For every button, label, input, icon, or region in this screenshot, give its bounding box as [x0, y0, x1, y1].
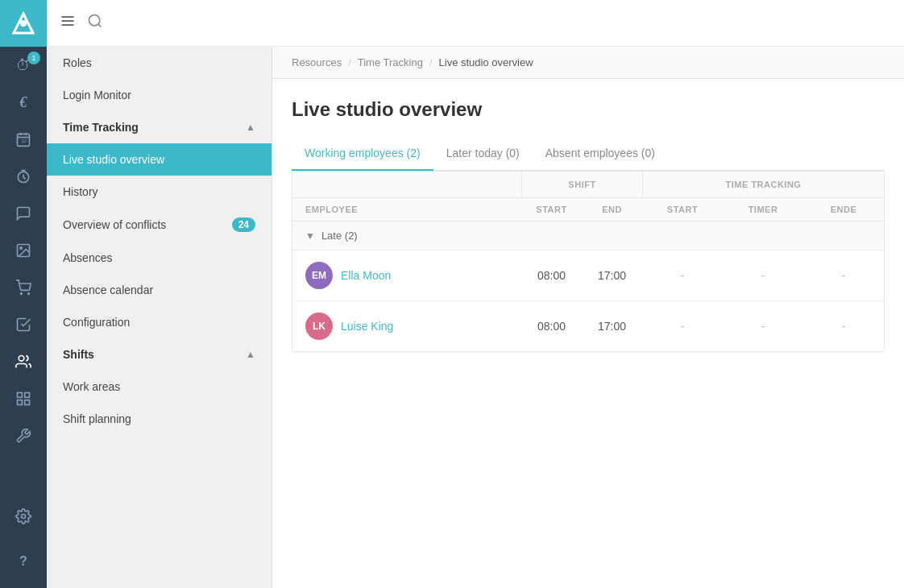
- euro-icon[interactable]: €: [0, 84, 47, 121]
- settings-icon[interactable]: [0, 498, 47, 535]
- sidebar-item-overview-of-conflicts[interactable]: Overview of conflicts 24: [47, 208, 272, 242]
- group-row-late: ▼ Late (2): [292, 222, 884, 251]
- tool-icon[interactable]: [0, 417, 47, 454]
- sidebar-item-shift-planning[interactable]: Shift planning: [47, 403, 272, 435]
- table-sub-header: EMPLOYEE START END START TIMER ENDE: [292, 198, 884, 222]
- breadcrumb-current: Live studio overview: [439, 56, 533, 68]
- hamburger-icon[interactable]: [60, 13, 76, 33]
- chevron-up-icon-shifts: ▲: [246, 349, 255, 360]
- icon-bar: ⏱ 1 € 12: [0, 0, 47, 588]
- employee-cell-ella: EM Ella Moon: [292, 251, 521, 300]
- conflicts-badge: 24: [232, 217, 255, 232]
- th-tt-start: START: [642, 198, 723, 221]
- sidebar: Roles Login Monitor Time Tracking ▲ Live…: [47, 47, 272, 588]
- svg-line-23: [98, 24, 102, 27]
- calendar-icon[interactable]: 12: [0, 121, 47, 158]
- avatar-initials-ella: EM: [312, 270, 326, 281]
- breadcrumb-time-tracking[interactable]: Time Tracking: [358, 56, 423, 68]
- cart-icon[interactable]: [0, 269, 47, 306]
- group-label: Late (2): [321, 230, 358, 242]
- people-icon[interactable]: [0, 343, 47, 380]
- svg-rect-15: [25, 393, 30, 398]
- sidebar-section-shifts-label: Shifts: [63, 348, 94, 361]
- page-title: Live studio overview: [292, 98, 885, 121]
- luise-shift-end: 17:00: [582, 308, 642, 344]
- breadcrumb: Resources / Time Tracking / Live studio …: [272, 47, 904, 79]
- sidebar-item-roles[interactable]: Roles: [47, 47, 272, 79]
- sidebar-section-time-tracking-label: Time Tracking: [63, 121, 139, 134]
- svg-point-11: [21, 293, 23, 295]
- sidebar-item-history[interactable]: History: [47, 176, 272, 208]
- avatar-initials-luise: LK: [313, 321, 326, 332]
- svg-point-12: [28, 293, 30, 295]
- svg-point-22: [89, 15, 100, 26]
- employee-name-luise-king[interactable]: Luise King: [341, 320, 393, 333]
- sidebar-item-conflicts-label: Overview of conflicts: [63, 218, 166, 231]
- ella-tt-start: -: [642, 258, 723, 293]
- sidebar-item-work-areas[interactable]: Work areas: [47, 371, 272, 403]
- luise-shift-start: 08:00: [521, 308, 582, 344]
- sidebar-item-configuration[interactable]: Configuration: [47, 306, 272, 338]
- svg-point-10: [20, 247, 22, 250]
- employee-cell-luise: LK Luise King: [292, 301, 521, 351]
- grid-icon[interactable]: [0, 380, 47, 417]
- th-shift-end: END: [582, 198, 642, 221]
- table-header-group: SHIFT TIME TRACKING: [292, 172, 884, 198]
- tabs: Working employees (2) Later today (0) Ab…: [292, 137, 885, 171]
- main-layout: Roles Login Monitor Time Tracking ▲ Live…: [47, 47, 904, 588]
- tab-absent-employees[interactable]: Absent employees (0): [533, 137, 668, 171]
- chevron-up-icon: ▲: [246, 122, 255, 133]
- luise-timer: -: [723, 308, 803, 344]
- th-timer: TIMER: [723, 198, 803, 221]
- breadcrumb-sep-1: /: [348, 56, 351, 68]
- sidebar-section-shifts[interactable]: Shifts ▲: [47, 338, 272, 371]
- content-main: Live studio overview Working employees (…: [272, 79, 904, 588]
- ella-ende: -: [803, 258, 884, 293]
- th-timetracking: TIME TRACKING: [642, 172, 884, 197]
- table-row: LK Luise King 08:00 17:00 - - -: [292, 301, 884, 351]
- svg-rect-16: [18, 400, 23, 405]
- luise-ende: -: [803, 308, 884, 344]
- ella-shift-start: 08:00: [521, 258, 582, 293]
- avatar-luise-king: LK: [305, 313, 333, 340]
- th-employee: EMPLOYEE: [292, 198, 521, 221]
- employee-table: SHIFT TIME TRACKING EMPLOYEE START END S…: [292, 171, 885, 352]
- luise-tt-start: -: [642, 308, 723, 344]
- avatar-ella-moon: EM: [305, 262, 333, 289]
- sidebar-item-absences[interactable]: Absences: [47, 242, 272, 274]
- svg-rect-17: [25, 400, 30, 405]
- th-shift: SHIFT: [521, 172, 642, 197]
- th-ende: ENDE: [803, 198, 884, 221]
- chat-icon[interactable]: [0, 195, 47, 232]
- th-shift-start: START: [521, 198, 582, 221]
- svg-point-13: [19, 356, 24, 362]
- timer-icon[interactable]: [0, 158, 47, 195]
- sidebar-item-live-studio-overview[interactable]: Live studio overview: [47, 143, 272, 176]
- content-area: Resources / Time Tracking / Live studio …: [272, 47, 904, 588]
- search-icon[interactable]: [87, 13, 103, 33]
- tab-working-employees[interactable]: Working employees (2): [292, 137, 433, 171]
- logo[interactable]: [0, 0, 47, 47]
- svg-text:12: 12: [22, 139, 27, 143]
- th-empty: [292, 172, 521, 197]
- chevron-down-icon: ▼: [305, 230, 315, 242]
- svg-rect-14: [18, 393, 23, 398]
- ella-shift-end: 17:00: [582, 258, 642, 293]
- clock-icon[interactable]: ⏱ 1: [0, 47, 47, 84]
- table-row: EM Ella Moon 08:00 17:00 - - -: [292, 251, 884, 301]
- employee-name-ella-moon[interactable]: Ella Moon: [341, 269, 391, 282]
- ella-timer: -: [723, 258, 803, 293]
- sidebar-item-login-monitor[interactable]: Login Monitor: [47, 79, 272, 111]
- image-icon[interactable]: [0, 232, 47, 269]
- svg-point-1: [20, 20, 27, 27]
- help-icon[interactable]: ?: [0, 543, 47, 580]
- top-bar: [47, 0, 904, 47]
- tab-later-today[interactable]: Later today (0): [433, 137, 533, 171]
- sidebar-section-time-tracking[interactable]: Time Tracking ▲: [47, 111, 272, 143]
- breadcrumb-sep-2: /: [429, 56, 433, 68]
- sidebar-item-absence-calendar[interactable]: Absence calendar: [47, 274, 272, 306]
- breadcrumb-resources[interactable]: Resources: [292, 56, 342, 68]
- svg-point-18: [22, 515, 26, 519]
- check-icon[interactable]: [0, 306, 47, 343]
